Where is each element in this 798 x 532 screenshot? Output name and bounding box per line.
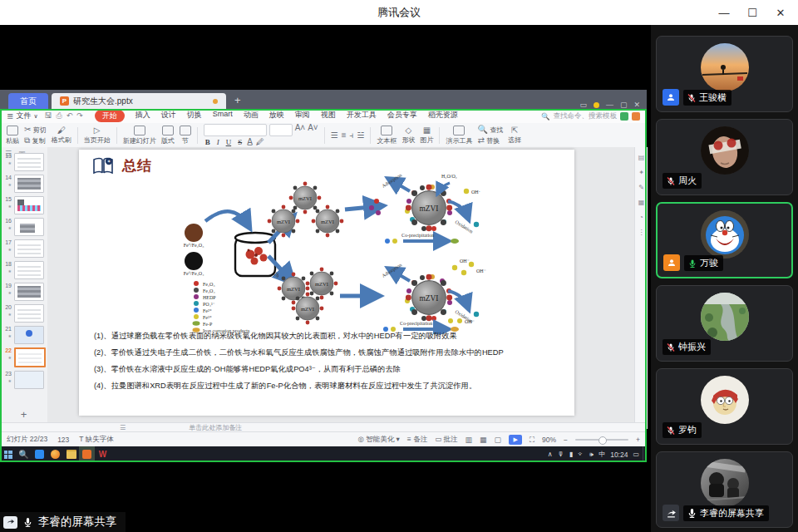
copy-button[interactable]: ⧉ 复制	[24, 136, 47, 145]
tray-mic-icon[interactable]: 🎙	[558, 451, 564, 458]
tray-wifi-icon[interactable]: ᯤ	[578, 451, 584, 458]
slide-thumbnail-panel[interactable]: ☰ ▣ 13★ 14★ 15★ 16★	[0, 147, 48, 422]
bullet-list-icon[interactable]: ☰	[331, 131, 338, 140]
print-icon[interactable]: ⎙	[57, 111, 62, 121]
share-doc-icon[interactable]	[632, 112, 640, 121]
align-left-icon[interactable]: ⫞	[349, 131, 353, 140]
redo-icon[interactable]: ↷	[76, 111, 83, 121]
menu-home[interactable]: 开始	[95, 110, 125, 122]
wps-close-icon[interactable]: ✕	[633, 101, 640, 109]
tray-volume-icon[interactable]: 🕪	[589, 451, 594, 459]
menu-devtools[interactable]: 开发工具	[347, 110, 377, 122]
slide-thumb-21[interactable]: 21★	[2, 326, 46, 344]
slide-thumb-18[interactable]: 18★	[2, 261, 46, 279]
wps-minimize-icon[interactable]: —	[606, 101, 613, 109]
wps-maximize-icon[interactable]: ▢	[620, 101, 628, 109]
replace-button[interactable]: ⇄ 替换	[477, 136, 503, 145]
menu-design[interactable]: 设计	[161, 110, 176, 122]
shape-button[interactable]: ◇形状	[401, 126, 415, 145]
numbered-list-icon[interactable]: ≡	[342, 131, 347, 140]
bold-button[interactable]: B	[204, 138, 212, 146]
notes-toggle[interactable]: ≡ 备注	[407, 435, 427, 445]
layout-button[interactable]: 版式	[161, 126, 175, 145]
slide-thumb-16[interactable]: 16★	[2, 218, 46, 236]
font-shrink-icon[interactable]: A˅	[308, 124, 318, 136]
notification-center-icon[interactable]: ▭	[633, 451, 639, 458]
command-search[interactable]: 🔍 查找命令、搜索模板	[541, 111, 640, 121]
beautify-button[interactable]: ◎ 智能美化 ▾	[357, 435, 399, 445]
paste-button[interactable]: 粘贴	[6, 126, 19, 145]
animation-pane-icon[interactable]: ✦	[638, 169, 644, 176]
start-button[interactable]	[0, 446, 16, 462]
slide-thumb-22-current[interactable]: 22★	[2, 347, 46, 367]
fit-icon[interactable]: ⛶	[530, 436, 534, 445]
menu-review[interactable]: 审阅	[295, 110, 310, 122]
slide-thumb-17[interactable]: 17★	[2, 239, 46, 258]
menu-member[interactable]: 会员专享	[387, 110, 417, 122]
font-color-icon[interactable]: A̲	[247, 138, 253, 146]
font-grow-icon[interactable]: A˄	[295, 124, 306, 136]
highlight-icon[interactable]: 🖉	[256, 138, 264, 146]
taskbar-clock[interactable]: 10:24	[610, 451, 628, 459]
selection-pane-icon[interactable]: ▦	[638, 199, 645, 206]
taskbar-wps-writer-app[interactable]: W	[95, 446, 111, 462]
show-desktop-button[interactable]	[643, 446, 647, 462]
taskbar-wps-active-app[interactable]	[79, 446, 95, 462]
strikethrough-button[interactable]: S	[236, 138, 244, 146]
wps-message-icon[interactable]: ▭	[579, 101, 587, 109]
menu-docer[interactable]: 稻壳资源	[428, 110, 458, 122]
add-slide-button[interactable]: +	[0, 408, 47, 421]
underline-button[interactable]: U	[224, 138, 234, 146]
save-icon[interactable]: 🖫	[45, 111, 52, 121]
participant-tile-luojun[interactable]: 罗钧	[656, 368, 793, 445]
participant-tile-wanjun-speaking[interactable]: 万骏	[656, 202, 793, 278]
section-button[interactable]: 节	[180, 126, 191, 145]
slide-thumb-19[interactable]: 19★	[2, 283, 46, 301]
cut-button[interactable]: ✂ 剪切	[24, 126, 47, 135]
presentation-tools-button[interactable]: 演示工具	[446, 126, 472, 145]
close-button[interactable]: ✕	[766, 0, 795, 25]
slide-thumb-23[interactable]: 23★	[2, 371, 46, 389]
slide-canvas[interactable]: ✦ 总结	[47, 147, 634, 422]
menu-slideshow[interactable]: 放映	[269, 110, 284, 122]
taskbar-explorer-app[interactable]	[63, 446, 79, 462]
menu-insert[interactable]: 插入	[135, 110, 150, 122]
wps-new-tab-button[interactable]: +	[234, 92, 241, 109]
menu-smart[interactable]: Smart	[213, 110, 233, 122]
select-button[interactable]: ⇱选择	[508, 126, 521, 145]
slide-thumb-13[interactable]: 13★	[2, 153, 46, 171]
minimize-button[interactable]: —	[710, 0, 738, 25]
tray-ime-indicator[interactable]: 中	[598, 450, 605, 459]
picture-button[interactable]: ▦图片	[420, 126, 433, 145]
menu-transition[interactable]: 切换	[187, 110, 202, 122]
reading-view-icon[interactable]: ▢	[495, 436, 502, 444]
more-pane-icon[interactable]: ⋮	[638, 229, 645, 236]
zoom-slider[interactable]	[575, 439, 628, 441]
zoom-out-button[interactable]: −	[564, 436, 568, 444]
italic-button[interactable]: I	[215, 138, 221, 146]
comments-toggle[interactable]: ▭ 批注	[435, 435, 457, 445]
slideshow-play-button[interactable]: ▶	[509, 435, 522, 445]
format-painter-button[interactable]: 🖌格式刷	[52, 126, 71, 145]
participant-tile-zhongzhenxing[interactable]: 钟振兴	[656, 285, 793, 362]
maximize-button[interactable]: ☐	[738, 0, 766, 25]
taskbar-search-icon[interactable]: 🔍	[16, 446, 32, 462]
taskbar-meeting-app[interactable]	[32, 446, 47, 462]
undo-icon[interactable]: ↶	[66, 111, 73, 121]
play-from-current-button[interactable]: ▷当页开始	[84, 126, 111, 145]
font-family-select[interactable]	[204, 124, 267, 136]
slide-thumb-14[interactable]: 14★	[2, 175, 46, 193]
menu-view[interactable]: 视图	[321, 110, 336, 122]
current-slide[interactable]: ✦ 总结	[79, 150, 574, 416]
taskbar-browser-app[interactable]	[47, 446, 63, 462]
missing-font-warning[interactable]: T 缺失字体	[79, 435, 113, 445]
textbox-button[interactable]: 文本框	[377, 126, 397, 145]
help-pane-icon[interactable]: ◔	[639, 214, 643, 221]
sorter-view-icon[interactable]: ▦	[480, 436, 487, 444]
file-menu[interactable]: ≣ 文件∨	[7, 111, 38, 121]
find-button[interactable]: 🔍 查找	[477, 126, 503, 135]
wps-document-tab[interactable]: P 研究生大会.pptx	[52, 93, 226, 109]
normal-view-icon[interactable]: ▥	[466, 436, 473, 444]
zoom-in-button[interactable]: +	[636, 436, 640, 444]
slide-thumb-15[interactable]: 15★	[2, 196, 46, 214]
